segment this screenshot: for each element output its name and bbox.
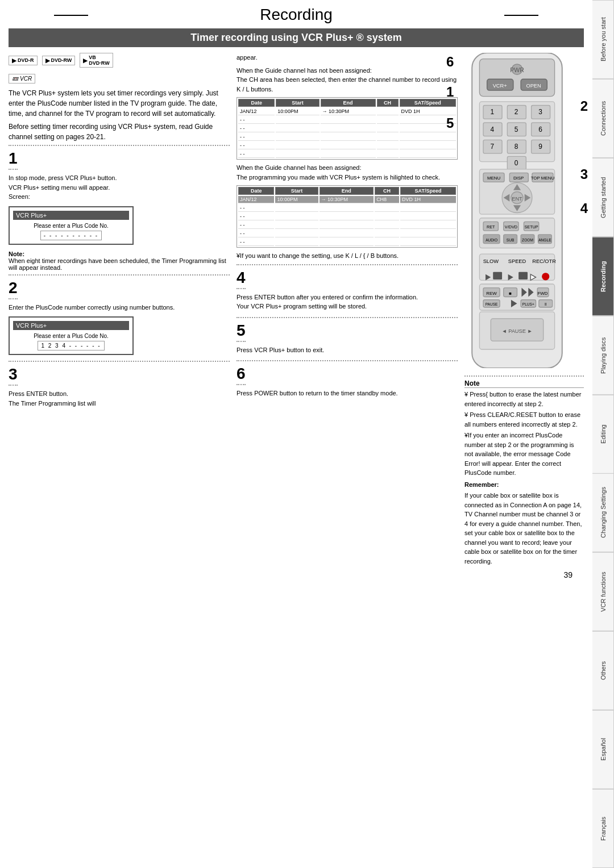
step-6-number: 6 (237, 365, 246, 385)
tab-others[interactable]: Others (592, 631, 614, 710)
svg-text:PWR: PWR (510, 66, 524, 73)
svg-text:RET: RET (487, 224, 495, 229)
screen-1-content: Please enter a Plus Code No. - - - - - -… (13, 223, 129, 240)
svg-text:ANGLE: ANGLE (538, 238, 551, 242)
step-1-number: 1 (9, 149, 18, 170)
table-row-highlighted: JAN/12 10:00PM → 10:30PM CH8 DVD 1H (238, 196, 456, 203)
remote-label-4: 4 (580, 201, 588, 216)
svg-text:■: ■ (509, 291, 512, 296)
svg-text:0: 0 (515, 159, 518, 167)
step-2-screen: VCR Plus+ Please enter a Plus Code No. 1… (9, 316, 134, 355)
step-5-text: Press VCR Plus+ button to exit. (237, 345, 458, 355)
step-3-number: 3 (9, 365, 18, 386)
table-row: - - (238, 205, 456, 212)
intro-text: The VCR Plus+ system lets you set timer … (9, 88, 230, 119)
table-row: - - (238, 142, 456, 149)
tab-getting-started[interactable]: Getting started (592, 158, 614, 237)
remote-label-2: 2 (580, 98, 588, 114)
remote-label-5: 5 (446, 115, 454, 131)
tab-before-you-start[interactable]: Before you start (592, 0, 614, 79)
section-header: Timer recording using VCR Plus+ ® system (9, 28, 584, 47)
svg-text:ENT: ENT (512, 196, 522, 202)
step-3-section: 3 Press ENTER button.The Timer Programmi… (9, 361, 230, 408)
tab-playing-discs[interactable]: Playing discs (592, 316, 614, 395)
note-box: Note ¥ Press{ button to erase the latest… (464, 375, 584, 566)
tab-recording[interactable]: Recording (592, 237, 614, 316)
screen-1-input: - - - - - - - - - - (40, 231, 102, 240)
svg-text:FWD: FWD (537, 291, 547, 296)
tab-vcr-functions[interactable]: VCR functions (592, 552, 614, 631)
table-row: - - (238, 230, 456, 237)
svg-text:AUDIO: AUDIO (486, 238, 497, 242)
table-row: - - (238, 239, 456, 246)
step-5-number: 5 (237, 322, 246, 342)
table-row: - - (238, 213, 456, 220)
tab-editing[interactable]: Editing (592, 395, 614, 474)
svg-rect-63 (493, 272, 502, 279)
svg-text:◄ PAUSE ►: ◄ PAUSE ► (501, 328, 532, 334)
remote-with-labels: 6 1 5 2 3 4 (464, 53, 570, 370)
tab-changing-settings[interactable]: Changing Settings (592, 473, 614, 552)
svg-text:SUB: SUB (507, 238, 515, 242)
step-5-section: 5 Press VCR Plus+ button to exit. (237, 317, 458, 355)
remote-label-1: 1 (446, 84, 454, 100)
step-3-text: Press ENTER button.The Timer Programming… (9, 389, 230, 408)
remote-label-3: 3 (580, 166, 588, 182)
screen-1-title: VCR Plus+ (13, 211, 129, 220)
device-logos-row: ▶ DVD-R ▶ DVD-RW ▶ VBDVD·RW (9, 53, 230, 68)
three-col-layout: ▶ DVD-R ▶ DVD-RW ▶ VBDVD·RW 📼 VCR (9, 53, 584, 567)
dvd-r-logo: ▶ DVD-R (9, 56, 38, 65)
remote-control-wrapper: 6 1 5 2 3 4 (464, 53, 570, 370)
svg-text:TOP MENU: TOP MENU (531, 176, 555, 181)
svg-text:SPEED: SPEED (508, 258, 526, 264)
step-1-section: 1 In stop mode, press VCR Plus+ button.V… (9, 145, 230, 245)
remote-label-6: 6 (446, 54, 454, 70)
svg-rect-65 (518, 272, 528, 279)
dvd-rw-logo: ▶ DVD-RW (42, 56, 76, 65)
tab-connections[interactable]: Connections (592, 79, 614, 158)
step-2-text: Enter the PlusCode number correctly usin… (9, 303, 230, 312)
note-item-2: ¥ Press CLEAR/C.RESET button to erase al… (464, 410, 584, 429)
left-column: ▶ DVD-R ▶ DVD-RW ▶ VBDVD·RW 📼 VCR (9, 53, 230, 567)
page-number: 39 (9, 570, 584, 579)
change-text: ¥If you want to change the setting, use … (237, 251, 458, 261)
page-container: Before you start Connections Getting sta… (0, 0, 614, 868)
step-4-text: Press ENTER button after you entered or … (237, 293, 458, 311)
screen-2-content: Please enter a Plus Code No. 1 2 3 4 - -… (13, 333, 129, 350)
table-row: - - (238, 151, 456, 158)
svg-text:4: 4 (491, 126, 495, 133)
screen-2-input: 1 2 3 4 - - - - - - (38, 341, 104, 350)
svg-text:3: 3 (538, 108, 542, 116)
timer-table-2: Date Start End CH SAT/Speed JAN/12 10:00… (237, 185, 458, 248)
svg-text:SETUP: SETUP (525, 224, 538, 229)
main-content: Recording Timer recording using VCR Plus… (0, 0, 592, 585)
table-row: - - (238, 133, 456, 141)
screen-2-title: VCR Plus+ (13, 321, 129, 330)
before-text: Before setting timer recording using VCR… (9, 122, 230, 142)
note-1: Note: When eight timer recordings have b… (9, 251, 230, 271)
svg-text:SLOW: SLOW (483, 258, 499, 264)
note-title: Note (464, 379, 584, 388)
middle-column: appear. When the Guide channel has not b… (237, 53, 458, 567)
vcr-logo: 📼 VCR (9, 74, 35, 84)
step-4-number: 4 (237, 269, 246, 289)
remote-svg: PWR VCR+ OPEN 1 (464, 53, 570, 368)
svg-text:ZOOM: ZOOM (522, 238, 533, 242)
step-2-section: 2 Enter the PlusCode number correctly us… (9, 274, 230, 356)
step-1-text: In stop mode, press VCR Plus+ button.VCR… (9, 173, 230, 202)
tab-espanol[interactable]: Español (592, 710, 614, 789)
svg-text:8: 8 (515, 143, 518, 151)
table-row: JAN/12 10:00PM → 10:30PM DVD 1H (238, 108, 456, 115)
step-4-section: 4 Press ENTER button after you entered o… (237, 264, 458, 311)
note-item-3: ¥If you enter an incorrect PlusCode numb… (464, 431, 584, 478)
tab-francais[interactable]: Français (592, 789, 614, 868)
svg-text:V/DVD: V/DVD (505, 224, 517, 229)
svg-text:6: 6 (538, 126, 542, 133)
timer-table-1: Date Start End CH SAT/Speed JAN/12 10:00… (237, 97, 458, 160)
table-row: - - (238, 116, 456, 124)
appear-text: appear. (237, 53, 458, 62)
svg-text:OPEN: OPEN (526, 83, 541, 89)
vb-dvdrw-logo: ▶ VBDVD·RW (80, 53, 113, 68)
svg-text:PAUSE: PAUSE (486, 302, 498, 306)
svg-text:REW: REW (486, 291, 497, 296)
